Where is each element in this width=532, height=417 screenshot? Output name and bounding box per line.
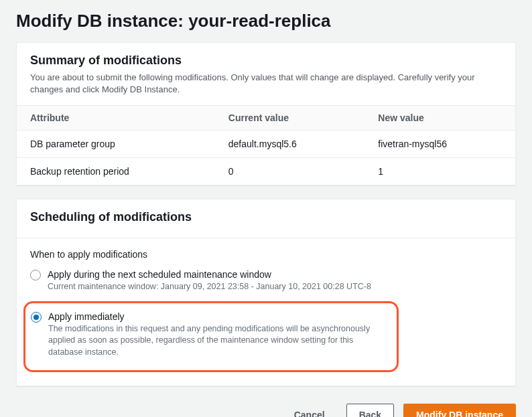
back-button[interactable]: Back bbox=[346, 404, 394, 417]
option-maintenance-window[interactable]: Apply during the next scheduled maintena… bbox=[30, 266, 502, 299]
footer-actions: Cancel Back Modify DB instance bbox=[16, 400, 516, 417]
col-attribute: Attribute bbox=[17, 106, 215, 131]
summary-title: Summary of modifications bbox=[30, 54, 502, 68]
summary-table: Attribute Current value New value DB par… bbox=[17, 105, 515, 185]
modify-db-instance-button[interactable]: Modify DB instance bbox=[403, 404, 516, 417]
radio-icon[interactable] bbox=[31, 312, 42, 323]
summary-panel: Summary of modifications You are about t… bbox=[16, 42, 516, 185]
scheduling-title: Scheduling of modifications bbox=[30, 210, 502, 224]
page-title: Modify DB instance: your-read-replica bbox=[16, 11, 516, 31]
option-label: Apply immediately bbox=[48, 311, 390, 322]
cell-attr: Backup retention period bbox=[17, 158, 215, 185]
table-row: DB parameter group default.mysql5.6 five… bbox=[17, 131, 515, 158]
when-to-apply-label: When to apply modifications bbox=[30, 249, 502, 260]
cell-attr: DB parameter group bbox=[17, 131, 215, 158]
table-row: Backup retention period 0 1 bbox=[17, 158, 515, 185]
cancel-button[interactable]: Cancel bbox=[282, 404, 337, 417]
option-sublabel: Current maintenance window: January 09, … bbox=[48, 281, 371, 293]
option-apply-immediately[interactable]: Apply immediately The modifications in t… bbox=[31, 309, 390, 364]
scheduling-panel: Scheduling of modifications When to appl… bbox=[16, 199, 516, 386]
highlight-annotation: Apply immediately The modifications in t… bbox=[23, 301, 399, 373]
col-new-value: New value bbox=[364, 106, 515, 131]
col-current-value: Current value bbox=[215, 106, 365, 131]
radio-icon[interactable] bbox=[30, 270, 41, 280]
cell-current: 0 bbox=[215, 158, 365, 185]
cell-current: default.mysql5.6 bbox=[215, 131, 365, 158]
option-sublabel: The modifications in this request and an… bbox=[48, 323, 390, 359]
cell-new: fivetran-mysql56 bbox=[364, 131, 515, 158]
summary-desc: You are about to submit the following mo… bbox=[30, 72, 502, 96]
table-header-row: Attribute Current value New value bbox=[17, 106, 515, 131]
option-label: Apply during the next scheduled maintena… bbox=[48, 269, 371, 280]
cell-new: 1 bbox=[364, 158, 515, 185]
